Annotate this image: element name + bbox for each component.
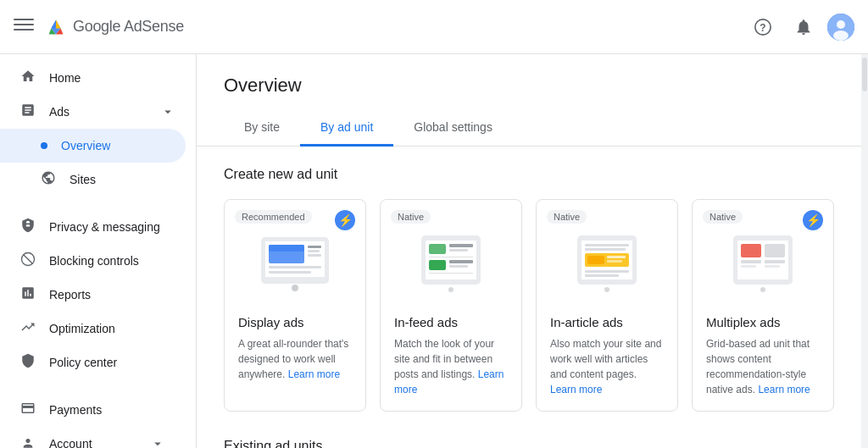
svg-rect-30 bbox=[429, 273, 473, 274]
svg-rect-45 bbox=[741, 244, 761, 257]
svg-rect-48 bbox=[741, 265, 756, 268]
svg-rect-23 bbox=[429, 244, 446, 254]
user-avatar[interactable] bbox=[827, 14, 854, 41]
svg-point-6 bbox=[837, 20, 845, 29]
payments-icon bbox=[20, 401, 36, 420]
svg-text:?: ? bbox=[760, 21, 765, 33]
svg-rect-37 bbox=[587, 256, 604, 264]
svg-rect-25 bbox=[449, 249, 468, 252]
display-ads-card[interactable]: Recommended ⚡ bbox=[224, 199, 366, 412]
sidebar-item-policy[interactable]: Policy center bbox=[0, 346, 186, 379]
ads-expand-icon bbox=[20, 102, 36, 122]
sidebar-item-ads[interactable]: Ads bbox=[0, 95, 196, 129]
svg-rect-16 bbox=[308, 250, 320, 252]
create-section-title: Create new ad unit bbox=[224, 167, 834, 182]
in-article-image bbox=[550, 220, 664, 305]
multiplex-desc: Grid-based ad unit that shows content re… bbox=[706, 336, 820, 397]
nav-right: ? bbox=[746, 10, 854, 44]
multiplex-name: Multiplex ads bbox=[706, 315, 820, 329]
in-article-badge: Native bbox=[547, 210, 587, 224]
sidebar-policy-label: Policy center bbox=[49, 356, 117, 369]
multiplex-image bbox=[706, 220, 820, 305]
sidebar-item-home[interactable]: Home bbox=[0, 61, 186, 95]
notifications-button[interactable] bbox=[787, 10, 821, 44]
help-button[interactable]: ? bbox=[746, 10, 780, 44]
nav-left: Google AdSense bbox=[14, 14, 209, 39]
content-area: Create new ad unit Recommended ⚡ bbox=[197, 147, 861, 448]
active-dot bbox=[41, 142, 47, 149]
svg-rect-34 bbox=[585, 244, 629, 246]
sidebar-item-privacy[interactable]: Privacy & messaging bbox=[0, 210, 186, 244]
in-feed-ads-card[interactable]: Native bbox=[380, 199, 522, 412]
sidebar-ads-label: Ads bbox=[49, 105, 70, 119]
svg-line-9 bbox=[24, 254, 33, 263]
tab-global-settings[interactable]: Global settings bbox=[393, 110, 513, 147]
svg-rect-0 bbox=[14, 19, 34, 20]
reports-icon bbox=[20, 285, 36, 305]
svg-point-7 bbox=[833, 30, 849, 41]
svg-rect-24 bbox=[449, 244, 473, 247]
svg-rect-49 bbox=[765, 260, 785, 263]
svg-rect-39 bbox=[607, 260, 622, 263]
account-chevron-icon bbox=[150, 436, 165, 448]
sidebar-item-payments[interactable]: Payments bbox=[0, 393, 186, 427]
app-name: Google AdSense bbox=[73, 18, 184, 36]
sidebar-item-optimization[interactable]: Optimization bbox=[0, 312, 186, 346]
sidebar-item-blocking[interactable]: Blocking controls bbox=[0, 244, 186, 278]
svg-rect-28 bbox=[449, 260, 473, 263]
sidebar-sites-label: Sites bbox=[70, 173, 96, 186]
in-feed-image bbox=[394, 220, 508, 305]
sidebar-item-reports[interactable]: Reports bbox=[0, 278, 186, 312]
display-name: Display ads bbox=[238, 315, 352, 329]
in-feed-name: In-feed ads bbox=[394, 315, 508, 329]
svg-rect-18 bbox=[269, 266, 321, 268]
policy-icon bbox=[20, 353, 36, 373]
page-title: Overview bbox=[224, 68, 834, 110]
svg-rect-2 bbox=[14, 29, 34, 30]
tab-by-site[interactable]: By site bbox=[224, 110, 300, 147]
hamburger-button[interactable] bbox=[14, 14, 34, 39]
sidebar-blocking-label: Blocking controls bbox=[49, 254, 139, 268]
privacy-icon bbox=[20, 218, 36, 237]
in-article-ads-card[interactable]: Native bbox=[536, 199, 678, 412]
app-logo: Google AdSense bbox=[44, 15, 184, 39]
blocking-icon bbox=[20, 252, 36, 271]
svg-rect-41 bbox=[585, 274, 619, 277]
sidebar-item-overview[interactable]: Overview bbox=[0, 129, 186, 163]
scrollbar-thumb bbox=[862, 58, 867, 91]
multiplex-ads-card[interactable]: Native ⚡ bbox=[692, 199, 834, 412]
svg-rect-29 bbox=[449, 265, 468, 268]
svg-rect-1 bbox=[14, 24, 34, 25]
sidebar-reports-label: Reports bbox=[49, 288, 91, 301]
multiplex-accent: ⚡ bbox=[803, 210, 823, 230]
sidebar-payments-label: Payments bbox=[49, 403, 102, 417]
tabs-bar: By site By ad unit Global settings bbox=[197, 110, 861, 147]
tab-by-ad-unit[interactable]: By ad unit bbox=[300, 110, 393, 147]
display-learn-more[interactable]: Learn more bbox=[288, 368, 340, 380]
ad-unit-cards: Recommended ⚡ bbox=[224, 199, 834, 412]
main-scrollbar[interactable] bbox=[861, 54, 868, 448]
sidebar-item-sites[interactable]: Sites bbox=[0, 163, 186, 196]
svg-rect-38 bbox=[607, 256, 626, 258]
svg-point-42 bbox=[604, 287, 609, 292]
svg-rect-35 bbox=[585, 248, 626, 251]
in-article-learn-more[interactable]: Learn more bbox=[550, 384, 602, 395]
display-image bbox=[238, 220, 352, 305]
display-badge: Recommended bbox=[235, 210, 312, 224]
sites-icon bbox=[41, 170, 56, 190]
svg-rect-40 bbox=[585, 270, 629, 273]
sidebar-optimization-label: Optimization bbox=[49, 322, 115, 335]
svg-rect-47 bbox=[741, 260, 761, 263]
svg-rect-19 bbox=[269, 271, 311, 274]
sidebar-overview-label: Overview bbox=[61, 139, 110, 152]
svg-rect-15 bbox=[308, 246, 321, 248]
in-feed-desc: Match the look of your site and fit in b… bbox=[394, 336, 508, 397]
sidebar-item-account[interactable]: Account bbox=[0, 427, 186, 448]
sidebar-home-label: Home bbox=[49, 71, 81, 85]
multiplex-learn-more[interactable]: Learn more bbox=[758, 384, 810, 395]
display-accent: ⚡ bbox=[335, 210, 355, 230]
multiplex-badge: Native bbox=[703, 210, 743, 224]
svg-point-51 bbox=[760, 287, 765, 292]
sidebar-account-label: Account bbox=[49, 437, 92, 448]
home-icon bbox=[20, 69, 36, 88]
